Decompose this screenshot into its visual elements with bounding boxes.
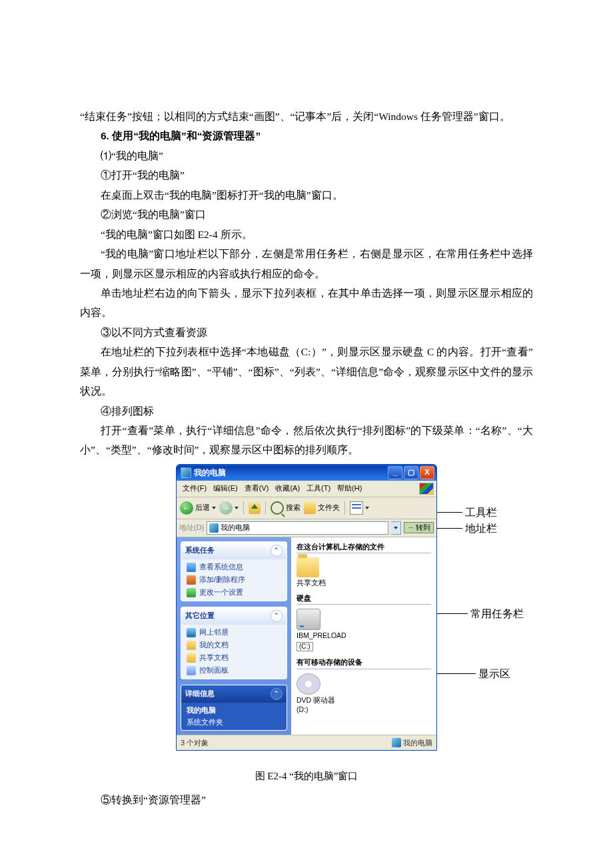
annotation-label: 显示区 bbox=[478, 664, 510, 683]
item-shared-documents[interactable]: 共享文档 bbox=[297, 557, 431, 587]
menu-help[interactable]: 帮助(H) bbox=[334, 484, 365, 493]
details-name: 我的电脑 bbox=[187, 706, 281, 715]
search-icon bbox=[271, 501, 284, 515]
link-control-panel[interactable]: 控制面板 bbox=[187, 666, 281, 675]
views-icon bbox=[350, 501, 363, 515]
display-area: 在这台计算机上存储的文件 共享文档 硬盘 IBM_PRELOAD (C:) 有可… bbox=[291, 537, 436, 735]
paragraph: “结束任务”按钮；以相同的方式结束“画图”、“记事本”后，关闭“Windows … bbox=[80, 107, 533, 126]
details-body: 我的电脑 系统文件夹 bbox=[181, 703, 287, 730]
address-dropdown-button[interactable] bbox=[391, 521, 401, 535]
paragraph: “我的电脑”窗口如图 E2-4 所示。 bbox=[80, 225, 533, 244]
drive-name: IBM_PRELOAD bbox=[297, 631, 346, 640]
details-header[interactable]: 详细信息 ⌃ bbox=[181, 685, 287, 703]
paragraph: ⑴“我的电脑” bbox=[80, 146, 533, 165]
annotation-label: 地址栏 bbox=[465, 519, 497, 538]
details-type: 系统文件夹 bbox=[187, 718, 281, 727]
up-button[interactable] bbox=[249, 502, 261, 514]
task-add-remove-programs[interactable]: 添加/删除程序 bbox=[187, 575, 281, 585]
paragraph: ②浏览“我的电脑”窗口 bbox=[80, 205, 533, 224]
system-tasks-header[interactable]: 系统任务 ⌃ bbox=[181, 542, 287, 559]
group-files-stored: 在这台计算机上存储的文件 bbox=[297, 543, 431, 553]
task-label: 查看系统信息 bbox=[199, 563, 243, 571]
go-label: 转到 bbox=[416, 523, 430, 532]
task-view-system-info[interactable]: 查看系统信息 bbox=[187, 563, 281, 572]
drive-letter: (C:) bbox=[297, 642, 313, 651]
toolbar: ← 后退 → 搜索 bbox=[177, 497, 436, 519]
separator bbox=[344, 501, 345, 515]
paragraph: ④排列图标 bbox=[80, 401, 533, 421]
folders-label: 文件夹 bbox=[318, 503, 340, 512]
menu-file[interactable]: 文件(F) bbox=[179, 484, 210, 493]
details-box: 详细信息 ⌃ 我的电脑 系统文件夹 bbox=[181, 685, 287, 731]
window-titlebar[interactable]: 我的电脑 _ ▢ X bbox=[177, 465, 436, 481]
menu-favorites[interactable]: 收藏(A) bbox=[272, 484, 303, 493]
document-page: “结束任务”按钮；以相同的方式结束“画图”、“记事本”后，关闭“Windows … bbox=[0, 0, 613, 849]
other-places-title: 其它位置 bbox=[185, 611, 215, 620]
control-panel-icon bbox=[187, 666, 196, 675]
my-computer-icon bbox=[181, 467, 191, 478]
back-button[interactable]: ← 后退 bbox=[180, 501, 216, 515]
views-button[interactable] bbox=[350, 501, 369, 515]
paragraph: 打开“查看”菜单，执行“详细信息”命令，然后依次执行“排列图标”的下级菜单：“名… bbox=[80, 421, 533, 460]
status-bar: 3 个对象 我的电脑 bbox=[177, 735, 436, 750]
forward-arrow-icon: → bbox=[219, 501, 233, 515]
collapse-icon: ⌃ bbox=[271, 688, 283, 700]
my-computer-icon bbox=[209, 523, 219, 533]
menu-edit[interactable]: 编辑(E) bbox=[210, 484, 241, 493]
paragraph: 单击地址栏右边的向下箭头，显示下拉列表框，在其中单击选择一项，则显示区显示相应的… bbox=[80, 283, 533, 323]
task-label: 添加/删除程序 bbox=[199, 575, 245, 584]
info-icon bbox=[187, 563, 196, 572]
paragraph: 在桌面上双击“我的电脑”图标打开“我的电脑”窗口。 bbox=[80, 185, 533, 205]
dropdown-icon bbox=[365, 507, 369, 509]
group-hard-drives: 硬盘 bbox=[297, 594, 431, 605]
paragraph: ①打开“我的电脑” bbox=[80, 165, 533, 185]
link-label: 我的文档 bbox=[199, 641, 229, 649]
my-computer-icon bbox=[392, 738, 401, 747]
address-bar: 地址(D) 我的电脑 → 转到 bbox=[177, 519, 436, 537]
close-button[interactable]: X bbox=[420, 466, 434, 479]
separator bbox=[265, 501, 266, 515]
dropdown-icon bbox=[235, 507, 239, 509]
system-tasks-box: 系统任务 ⌃ 查看系统信息 添加/删除程序 更改一个设置 bbox=[181, 541, 287, 601]
address-field[interactable]: 我的电脑 bbox=[207, 521, 388, 535]
menu-tools[interactable]: 工具(T) bbox=[303, 484, 334, 493]
folders-icon bbox=[304, 502, 316, 514]
link-my-documents[interactable]: 我的文档 bbox=[187, 641, 281, 650]
chevron-down-icon bbox=[394, 527, 398, 529]
paragraph: 在地址栏的下拉列表框中选择“本地磁盘（C:）”，则显示区显示硬盘 C 的内容。打… bbox=[80, 342, 533, 401]
folder-icon bbox=[187, 653, 196, 663]
status-object-count: 3 个对象 bbox=[181, 739, 209, 747]
group-removable: 有可移动存储的设备 bbox=[297, 658, 431, 669]
window-title: 我的电脑 bbox=[194, 468, 388, 477]
dvd-drive-icon bbox=[297, 673, 320, 695]
annotation-address-bar: 地址栏 bbox=[437, 519, 497, 538]
link-label: 共享文档 bbox=[199, 653, 229, 662]
dvd-letter: (D:) bbox=[297, 705, 308, 714]
task-label: 更改一个设置 bbox=[199, 588, 243, 597]
task-change-setting[interactable]: 更改一个设置 bbox=[187, 588, 281, 597]
menu-bar: 文件(F) 编辑(E) 查看(V) 收藏(A) 工具(T) 帮助(H) bbox=[177, 481, 436, 497]
other-places-header[interactable]: 其它位置 ⌃ bbox=[181, 607, 287, 625]
paragraph: “我的电脑”窗口地址栏以下部分，左侧是常用任务栏，右侧是显示区，在常用任务栏中选… bbox=[80, 244, 533, 283]
status-location: 我的电脑 bbox=[403, 739, 432, 747]
link-shared-documents[interactable]: 共享文档 bbox=[187, 653, 281, 663]
folders-button[interactable]: 文件夹 bbox=[304, 502, 340, 514]
maximize-button[interactable]: ▢ bbox=[404, 466, 418, 479]
forward-button[interactable]: → bbox=[219, 501, 239, 515]
item-dvd-drive[interactable]: DVD 驱动器 (D:) bbox=[297, 673, 431, 714]
item-local-disk-c[interactable]: IBM_PRELOAD (C:) bbox=[297, 609, 431, 652]
minimize-button[interactable]: _ bbox=[388, 466, 402, 479]
go-button[interactable]: → 转到 bbox=[404, 522, 434, 533]
link-network-places[interactable]: 网上邻居 bbox=[187, 628, 281, 637]
search-label: 搜索 bbox=[286, 503, 301, 512]
menu-view[interactable]: 查看(V) bbox=[241, 484, 273, 493]
add-remove-icon bbox=[187, 575, 196, 585]
paragraph: ③以不同方式查看资源 bbox=[80, 323, 533, 342]
search-button[interactable]: 搜索 bbox=[271, 501, 301, 515]
go-arrow-icon: → bbox=[407, 523, 414, 532]
other-places-body: 网上邻居 我的文档 共享文档 控制面板 bbox=[181, 625, 287, 679]
heading-6: 6. 使用“我的电脑”和“资源管理器” bbox=[80, 126, 533, 145]
system-tasks-body: 查看系统信息 添加/删除程序 更改一个设置 bbox=[181, 559, 287, 601]
address-value: 我的电脑 bbox=[221, 523, 250, 532]
link-label: 控制面板 bbox=[199, 666, 229, 675]
